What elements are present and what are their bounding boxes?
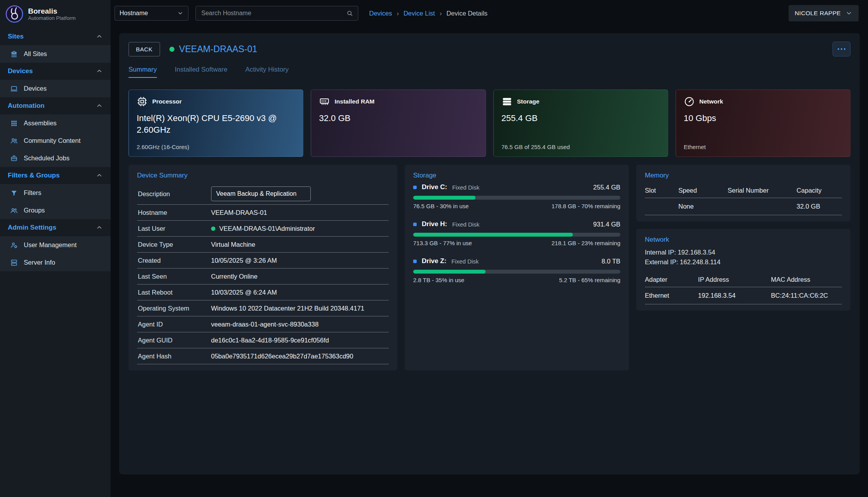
drive-bullet-icon <box>413 260 417 263</box>
drive-name: Drive C: <box>422 183 447 191</box>
col-header: IP Address <box>698 276 771 283</box>
sidebar-item-label: Groups <box>24 207 45 214</box>
col-header: Serial Number <box>728 187 797 194</box>
drive-z: Drive Z: Fixed Disk 8.0 TB 2.8 TB - 35% … <box>413 257 620 283</box>
sidebar-item-user-management[interactable]: User Management <box>0 236 111 254</box>
breadcrumb-devices[interactable]: Devices <box>369 10 392 17</box>
summary-row-agent-guid: Agent GUID de16c0c1-8aa2-4d18-9585-9ce91… <box>137 332 389 348</box>
breadcrumb: Devices › Device List › Device Details <box>369 10 488 17</box>
drive-usage-bar <box>413 196 620 200</box>
sidebar-item-filters[interactable]: Filters <box>0 184 111 202</box>
groups-icon <box>10 207 18 214</box>
sidebar-section-filters-groups[interactable]: Filters & Groups <box>0 167 111 184</box>
drive-remaining: 218.1 GB - 23% remaining <box>551 240 620 246</box>
row-value: de16c0c1-8aa2-4d18-9585-9ce91cf056fd <box>211 337 329 344</box>
sidebar-section-label: Automation <box>8 102 44 110</box>
chevron-down-icon <box>177 10 183 16</box>
row-label: Hostname <box>138 209 211 216</box>
row-value: Virtual Machine <box>211 241 255 248</box>
card-sub: 76.5 GB of 255.4 GB used <box>502 144 570 150</box>
sidebar-item-label: All Sites <box>24 50 47 58</box>
drive-type: Fixed Disk <box>452 184 479 191</box>
chevron-up-icon <box>96 33 103 40</box>
drive-name: Drive Z: <box>422 257 446 265</box>
memory-panel: Memory Slot Speed Serial Number Capacity… <box>636 165 850 221</box>
tab-installed-software[interactable]: Installed Software <box>175 66 227 78</box>
sidebar-section-label: Admin Settings <box>8 224 56 232</box>
app-root: Borealis Automation Platform Sites All S… <box>0 0 868 497</box>
sites-icon <box>10 50 18 58</box>
installed-ram-card: Installed RAM 32.0 GB <box>311 90 486 157</box>
description-input[interactable] <box>211 186 311 201</box>
main-column: Hostname Devices › Device List › Device … <box>111 0 868 497</box>
sidebar-item-devices[interactable]: Devices <box>0 80 111 97</box>
breadcrumb-device-list[interactable]: Device List <box>403 10 435 17</box>
row-label: Last Seen <box>138 273 211 280</box>
more-options-button[interactable] <box>833 42 850 56</box>
search-input[interactable] <box>201 9 346 17</box>
drive-remaining: 5.2 TB - 65% remaining <box>559 277 620 283</box>
sidebar-section-admin-settings[interactable]: Admin Settings <box>0 219 111 236</box>
col-header: Adapter <box>645 276 698 283</box>
panel-title: Network <box>645 236 842 244</box>
tab-summary[interactable]: Summary <box>129 66 157 78</box>
col-header: Capacity <box>797 187 842 194</box>
panel-title: Storage <box>413 172 620 179</box>
device-tabs: Summary Installed Software Activity Hist… <box>129 66 850 78</box>
breadcrumb-separator: › <box>397 10 399 17</box>
row-label: Last Reboot <box>138 289 211 296</box>
search-icon[interactable] <box>346 10 353 17</box>
col-header: MAC Address <box>771 276 842 283</box>
device-summary-panel: Device Summary Description Hostname VEEA… <box>129 165 397 371</box>
drive-in-use: 713.3 GB - 77% in use <box>413 240 472 246</box>
breadcrumb-separator: › <box>440 10 442 17</box>
cell-speed: None <box>678 203 728 210</box>
storage-icon <box>502 96 512 107</box>
sidebar-section-automation[interactable]: Automation <box>0 97 111 114</box>
drive-h: Drive H: Fixed Disk 931.4 GB 713.3 GB - … <box>413 220 620 246</box>
network-panel: Network Internal IP: 192.168.3.54 Extern… <box>636 229 850 311</box>
sidebar-section-devices[interactable]: Devices <box>0 63 111 80</box>
card-value: Intel(R) Xeon(R) CPU E5-2690 v3 @ 2.60GH… <box>137 112 283 135</box>
row-label: Device Type <box>138 241 211 248</box>
tab-activity-history[interactable]: Activity History <box>245 66 289 78</box>
drive-bullet-icon <box>413 186 417 189</box>
drive-type: Fixed Disk <box>452 221 479 228</box>
row-value: Currently Online <box>211 273 257 280</box>
sidebar-item-community-content[interactable]: Community Content <box>0 132 111 149</box>
row-value: Windows 10 2022 Datacenter 21H2 Build 20… <box>211 305 364 312</box>
search-field-dropdown[interactable]: Hostname <box>114 6 188 21</box>
summary-row-agent-id: Agent ID veeam-draas-01-agent-svc-8930a3… <box>137 316 389 332</box>
sidebar-item-label: Scheduled Jobs <box>24 155 69 162</box>
sidebar-item-server-info[interactable]: Server Info <box>0 254 111 271</box>
summary-row-last-user: Last User VEEAM-DRAAS-01\Administrator <box>137 221 389 237</box>
user-menu-button[interactable]: NICOLE RAPPE <box>789 5 859 21</box>
sidebar-item-scheduled-jobs[interactable]: Scheduled Jobs <box>0 149 111 167</box>
drive-remaining: 178.8 GB - 70% remaining <box>551 203 620 209</box>
network-table-header: Adapter IP Address MAC Address <box>645 272 842 287</box>
sidebar-section-sites[interactable]: Sites <box>0 28 111 45</box>
page-title: VEEAM-DRAAS-01 <box>179 44 257 54</box>
sidebar-item-label: Community Content <box>24 137 81 144</box>
drive-usage-fill <box>413 196 475 200</box>
device-online-dot <box>169 47 174 52</box>
drive-size: 255.4 GB <box>593 184 620 191</box>
back-button[interactable]: BACK <box>129 42 160 56</box>
device-header: BACK VEEAM-DRAAS-01 <box>129 42 850 56</box>
drive-size: 931.4 GB <box>593 221 620 228</box>
chevron-up-icon <box>96 224 103 231</box>
card-value: 10 Gbps <box>684 112 830 124</box>
sidebar-item-assemblies[interactable]: Assemblies <box>0 114 111 132</box>
user-management-icon <box>10 241 18 249</box>
sidebar-item-all-sites[interactable]: All Sites <box>0 45 111 63</box>
row-label: Last User <box>138 225 211 232</box>
row-value: VEEAM-DRAAS-01 <box>211 209 267 216</box>
assemblies-icon <box>10 119 18 127</box>
sidebar-item-groups[interactable]: Groups <box>0 202 111 219</box>
sidebar-section-label: Sites <box>8 33 24 40</box>
user-online-dot <box>211 227 215 231</box>
filter-icon <box>10 189 18 197</box>
content-area: BACK VEEAM-DRAAS-01 Summary Installed So… <box>111 26 868 497</box>
sidebar-item-label: User Management <box>24 241 77 249</box>
cell-serial <box>728 203 797 210</box>
